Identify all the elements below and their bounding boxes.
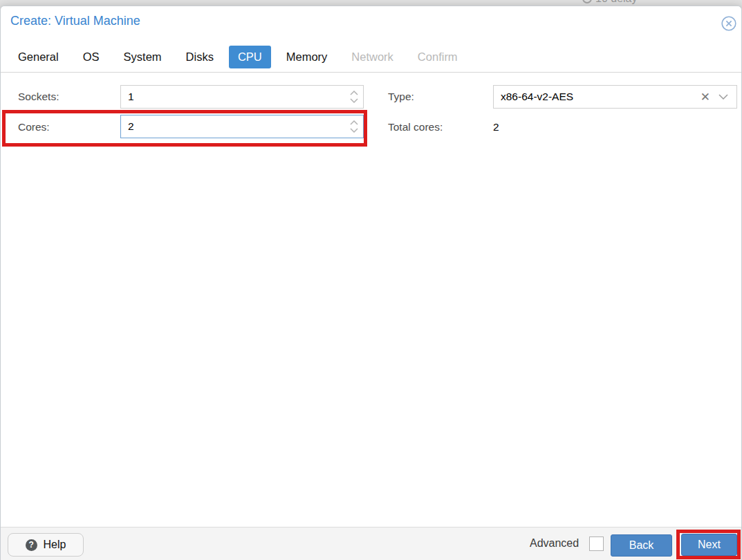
tab-confirm: Confirm (409, 46, 467, 68)
tab-os[interactable]: OS (74, 46, 109, 68)
sockets-spinner[interactable] (345, 86, 363, 108)
tab-disks[interactable]: Disks (177, 46, 223, 68)
close-icon[interactable] (721, 16, 736, 31)
advanced-checkbox[interactable] (589, 536, 604, 551)
background-clipped-text: 10 delay (582, 0, 638, 5)
question-mark-icon: ? (26, 539, 37, 551)
wizard-tabbar: General OS System Disks CPU Memory Netwo… (1, 42, 741, 73)
advanced-label: Advanced (530, 537, 579, 550)
total-cores-label: Total cores: (388, 121, 443, 133)
cores-input[interactable] (121, 115, 345, 138)
cores-field (120, 115, 364, 138)
clock-icon (582, 0, 592, 3)
dialog-footer: ? Help Advanced Back Next (1, 527, 741, 560)
help-button-label: Help (44, 539, 66, 551)
chevron-down-icon[interactable] (718, 94, 728, 100)
tab-network: Network (342, 46, 402, 68)
type-label: Type: (388, 91, 414, 103)
next-button[interactable]: Next (681, 534, 737, 556)
clear-icon[interactable]: ✕ (701, 91, 710, 103)
dialog-title: Create: Virtual Machine (10, 14, 140, 28)
sockets-input[interactable] (121, 86, 345, 108)
sockets-field (120, 85, 364, 109)
cores-spinner[interactable] (345, 115, 363, 138)
tab-system[interactable]: System (115, 46, 171, 68)
tab-cpu[interactable]: CPU (229, 46, 271, 68)
cores-label: Cores: (18, 121, 50, 133)
total-cores-value: 2 (493, 121, 499, 133)
create-vm-dialog: Create: Virtual Machine General OS Syste… (0, 6, 742, 560)
cpu-type-combobox: ✕ (493, 85, 737, 109)
help-button[interactable]: ? Help (8, 533, 84, 557)
tab-general[interactable]: General (9, 46, 68, 68)
back-button[interactable]: Back (611, 534, 672, 557)
tab-memory[interactable]: Memory (277, 46, 337, 68)
cpu-type-input[interactable] (494, 86, 701, 108)
sockets-label: Sockets: (18, 91, 59, 103)
